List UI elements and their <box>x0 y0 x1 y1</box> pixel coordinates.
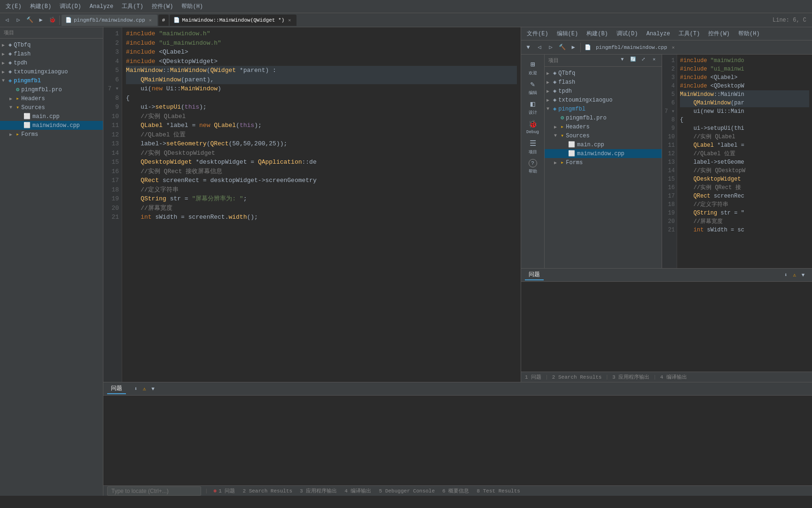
right-bottom-filter[interactable]: ▼ <box>798 270 808 280</box>
tree-label-forms: Forms <box>21 131 38 138</box>
tree-item-qtbfq[interactable]: ▶ ◈ QTbfq <box>0 40 103 49</box>
menu-file[interactable]: 文(E) <box>2 1 25 11</box>
right-bottom-tab-problems[interactable]: 问题 <box>525 270 544 280</box>
toolbar-run[interactable]: ▶ <box>36 15 46 25</box>
ln14: 14 <box>103 149 119 158</box>
locate-search-input[interactable] <box>107 486 201 496</box>
r-tree-item-pingmfbl[interactable]: ▼ ◈ pingmfbl <box>545 104 662 113</box>
bottom-toolbar-btn1[interactable]: ⬇ <box>131 384 141 394</box>
status-app-output[interactable]: 3 应用程序输出 <box>298 487 339 494</box>
r-chevron3: ▶ <box>547 88 551 94</box>
right-menu-file[interactable]: 文件(E) <box>523 29 552 39</box>
r-tree-item-tpdh[interactable]: ▶ ◈ tpdh <box>545 87 662 95</box>
code-line-6: QMainWindow(parent), <box>126 75 517 85</box>
right-menu-debug[interactable]: 调试(D) <box>613 29 642 39</box>
menu-debug[interactable]: 调试(D) <box>56 1 85 11</box>
right-tree-btn3[interactable]: ⤢ <box>640 56 647 64</box>
r-pro-icon: ⚙ <box>561 114 564 121</box>
r-tree-item-qtbfq[interactable]: ▶ ◈ QTbfq <box>545 69 662 78</box>
right-toolbar-build[interactable]: 🔨 <box>557 42 567 53</box>
right-tab-close[interactable]: ✕ <box>670 44 677 51</box>
tree-item-mainwindow-cpp[interactable]: ⬜ mainwindow.cpp <box>0 121 103 130</box>
status-debugger-console[interactable]: 5 Debugger Console <box>377 488 437 494</box>
menu-help[interactable]: 帮助(H) <box>178 1 207 11</box>
r-tree-item-sources[interactable]: ▼ ▾ Sources <box>545 131 662 140</box>
r-project-icon4: ◈ <box>553 96 556 103</box>
code-line-20: //屏幕宽度 <box>126 204 517 213</box>
chevron-right-icon4: ▶ <box>2 69 7 75</box>
right-menu-build[interactable]: 构建(B) <box>583 29 612 39</box>
ln3: 3 <box>103 48 119 57</box>
sidebar-label-project: 项目 <box>529 149 537 155</box>
tree-item-sources[interactable]: ▼ ▾ Sources <box>0 103 103 112</box>
right-toolbar-fwd[interactable]: ▷ <box>546 42 556 53</box>
r-tree-item-main-cpp[interactable]: ⬜ main.cpp <box>545 140 662 149</box>
sidebar-btn-edit[interactable]: ✎ 编辑 <box>523 78 543 97</box>
tab-mainwindow[interactable]: 📄 MainWindow::MainWindow(QWidget *) ✕ <box>170 15 297 26</box>
right-toolbar-run[interactable]: ▶ <box>568 42 578 53</box>
sidebar-btn-welcome[interactable]: ⊞ 欢迎 <box>523 58 543 77</box>
toolbar-fwd[interactable]: ▷ <box>13 15 23 25</box>
menu-controls[interactable]: 控件(W) <box>148 1 177 11</box>
project-icon-sb: ☰ <box>530 139 536 148</box>
r-tree-item-headers[interactable]: ▶ ▸ Headers <box>545 122 662 131</box>
r-code-line-21: int sWidth = sc <box>680 226 809 234</box>
menu-build[interactable]: 构建(B) <box>26 1 55 11</box>
tree-item-main-cpp[interactable]: ⬜ main.cpp <box>0 112 103 121</box>
right-toolbar-back[interactable]: ◁ <box>534 42 545 53</box>
tree-item-pingmfbl[interactable]: ▼ ◈ pingmfbl <box>0 76 103 85</box>
right-menu-bar: 文件(E) 编辑(E) 构建(B) 调试(D) Analyze 工具(T) 控件… <box>521 27 812 40</box>
toolbar-back[interactable]: ◁ <box>2 15 12 25</box>
menu-tools[interactable]: 工具(T) <box>118 1 147 11</box>
tree-item-flash[interactable]: ▶ ◈ flash <box>0 49 103 58</box>
right-menu-edit[interactable]: 编辑(E) <box>553 29 582 39</box>
tree-item-headers[interactable]: ▶ ▸ Headers <box>0 94 103 103</box>
sidebar-btn-design[interactable]: ◧ 设计 <box>523 98 543 117</box>
r-code-line-12: //QLabel 位置 <box>680 150 809 158</box>
bottom-filter-btn[interactable]: ▼ <box>148 384 158 394</box>
toolbar-build[interactable]: 🔨 <box>24 15 35 25</box>
status-test-results[interactable]: 8 Test Results <box>475 488 522 494</box>
status-search-results[interactable]: 2 Search Results <box>241 488 294 494</box>
status-compile-output[interactable]: 4 编译输出 <box>343 487 373 494</box>
right-menu-analyze[interactable]: Analyze <box>642 30 673 38</box>
sidebar-btn-debug[interactable]: 🐞 Debug <box>523 118 543 136</box>
right-tree-btn4[interactable]: ✕ <box>650 56 658 64</box>
sidebar-btn-project[interactable]: ☰ 项目 <box>523 137 543 156</box>
right-menu-tools[interactable]: 工具(T) <box>675 29 704 39</box>
menu-analyze[interactable]: Analyze <box>86 2 117 11</box>
sidebar-btn-help[interactable]: ? 帮助 <box>523 157 543 176</box>
right-tree-toolbar: ▼ 🔄 ⤢ ✕ <box>618 56 658 64</box>
tree-item-txtoumingxiaoguo[interactable]: ▶ ◈ txtoumingxiaoguo <box>0 67 103 76</box>
tree-item-pingmfbl-pro[interactable]: ⚙ pingmfbl.pro <box>0 85 103 94</box>
r-tree-item-flash[interactable]: ▶ ◈ flash <box>545 78 662 87</box>
right-menu-help[interactable]: 帮助(H) <box>734 29 764 39</box>
right-menu-controls[interactable]: 控件(W) <box>704 29 734 39</box>
toolbar-debug-run[interactable]: 🐞 <box>47 15 57 25</box>
right-toolbar-filter[interactable]: ▼ <box>523 42 533 53</box>
main-content: 项目 ▶ ◈ QTbfq ▶ ◈ flash ▶ ◈ tpdh <box>0 27 812 496</box>
chevron-right-icon: ▶ <box>2 42 7 48</box>
bottom-panel-content <box>103 396 812 485</box>
ln18: 18 <box>103 185 119 195</box>
right-tree-btn2[interactable]: 🔄 <box>629 56 637 64</box>
r-tree-item-txtoumingxiaoguo[interactable]: ▶ ◈ txtoumingxiaoguo <box>545 95 662 104</box>
status-problems[interactable]: ⊗ 1 问题 <box>212 487 237 494</box>
r-tree-item-mainwindow-cpp[interactable]: ⬜ mainwindow.cpp <box>545 149 662 158</box>
code-body[interactable]: #include "mainwindow.h" #include "ui_mai… <box>122 27 521 382</box>
right-code-body[interactable]: #include "mainwindo #include "ui_mainwi … <box>677 55 812 268</box>
tree-item-tpdh[interactable]: ▶ ◈ tpdh <box>0 58 103 67</box>
r-tree-item-forms[interactable]: ▶ ▸ Forms <box>545 158 662 167</box>
status-summary[interactable]: 6 概要信息 <box>440 487 471 494</box>
right-tree-btn1[interactable]: ▼ <box>618 57 626 64</box>
r-code-line-4: #include <QDesktopW <box>680 82 809 90</box>
tab-hash[interactable]: # <box>158 15 169 26</box>
ln19: 19 <box>103 194 119 204</box>
tab-mainwindow-close[interactable]: ✕ <box>286 17 293 24</box>
right-bottom-btn1[interactable]: ⬇ <box>781 270 791 280</box>
tab-close-btn[interactable]: ✕ <box>147 17 154 24</box>
tree-item-forms[interactable]: ▶ ▸ Forms <box>0 130 103 139</box>
code-line-4: #include <QDesktopWidget> <box>126 57 517 66</box>
bottom-tab-problems[interactable]: 问题 <box>107 383 126 394</box>
r-tree-item-pro[interactable]: ⚙ pingmfbl.pro <box>545 113 662 122</box>
